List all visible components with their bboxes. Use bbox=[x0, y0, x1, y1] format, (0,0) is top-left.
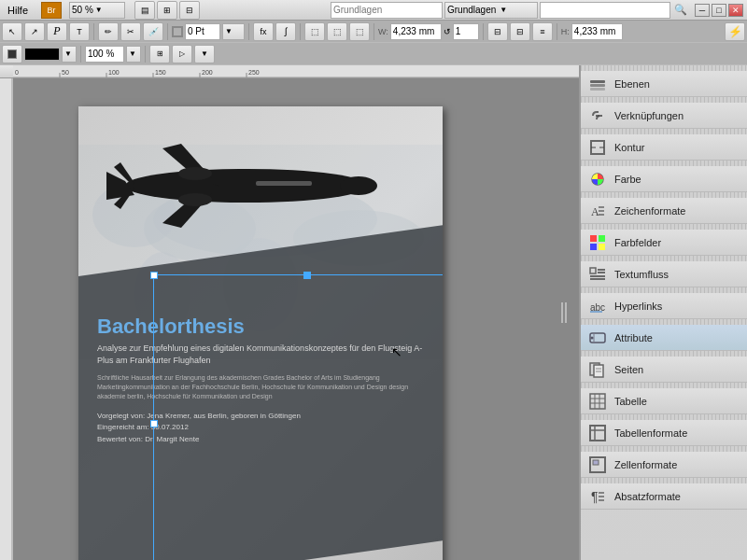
svg-text:50: 50 bbox=[62, 69, 69, 76]
svg-point-52 bbox=[591, 336, 594, 339]
thesis-subtitle: Analyse zur Empfehlung eines digitalen K… bbox=[97, 343, 424, 366]
distribute-v-btn[interactable]: ⊟ bbox=[510, 22, 530, 41]
view-mode-buttons: ▤ ⊞ ⊟ bbox=[134, 1, 200, 20]
color-icon bbox=[588, 170, 607, 189]
panel-item-tabellenformate[interactable]: Tabellenformate bbox=[581, 420, 747, 446]
menu-item-hilfe[interactable]: Hilfe bbox=[4, 4, 32, 17]
align-center-btn[interactable]: ⬚ bbox=[327, 22, 347, 41]
canvas-area[interactable]: 0 50 100 150 200 250 bbox=[0, 65, 579, 560]
svg-rect-39 bbox=[590, 235, 597, 242]
height-input[interactable] bbox=[571, 23, 623, 40]
canvas-zoom-dropdown[interactable]: ▼ bbox=[126, 46, 141, 63]
svg-text:¶: ¶ bbox=[591, 489, 599, 504]
svg-rect-29 bbox=[590, 88, 605, 91]
panel-label-zellenformate: Zellenformate bbox=[614, 459, 677, 470]
stroke-icon bbox=[588, 138, 607, 157]
svg-text:100: 100 bbox=[108, 69, 120, 76]
align-right-btn[interactable]: ⬚ bbox=[349, 22, 370, 41]
distribute-h-btn[interactable]: ⊟ bbox=[487, 22, 508, 41]
fill-color-swatch[interactable] bbox=[24, 48, 60, 61]
panel-item-textumfluss[interactable]: Textumfluss bbox=[581, 261, 747, 287]
panel-item-attribute[interactable]: Attribute bbox=[581, 325, 747, 351]
width-input[interactable] bbox=[390, 23, 442, 40]
menu-bar: Hilfe Br 50 % ▼ ▤ ⊞ ⊟ Grundlagen ▼ 🔍 ─ □… bbox=[0, 0, 747, 21]
panel-resize-handle[interactable] bbox=[560, 301, 568, 324]
pencil-btn[interactable]: ✏ bbox=[98, 22, 119, 41]
svg-text:200: 200 bbox=[202, 69, 213, 76]
page-content: Bachelorthesis Analyse zur Empfehlung ei… bbox=[78, 106, 443, 560]
maximize-button[interactable]: □ bbox=[712, 4, 726, 17]
panel-item-ebenen[interactable]: Ebenen bbox=[581, 71, 747, 97]
para-style-icon: ¶ bbox=[588, 487, 607, 506]
page-text-area: Bachelorthesis Analyse zur Empfehlung ei… bbox=[78, 301, 443, 560]
thesis-meta-1: Vorgelegt von: Jena Kremer, aus Berlin, … bbox=[97, 411, 424, 423]
panel-item-farbfelder[interactable]: Farbfelder bbox=[581, 230, 747, 256]
zoom-dropdown[interactable]: 50 % ▼ bbox=[69, 2, 125, 19]
view-normal-btn[interactable]: ⊞ bbox=[149, 45, 170, 63]
view-zoom-group: ▼ bbox=[85, 46, 141, 63]
panel-item-seiten[interactable]: Seiten bbox=[581, 357, 747, 383]
preset-search[interactable] bbox=[331, 2, 443, 19]
eyedropper-btn[interactable]: 💉 bbox=[143, 22, 163, 41]
panel-item-kontur[interactable]: Kontur bbox=[581, 134, 747, 161]
panel-item-tabelle[interactable]: Tabelle bbox=[581, 388, 747, 414]
stroke-unit-dropdown[interactable]: ▼ bbox=[222, 23, 245, 40]
panel-item-absatzformate[interactable]: ¶ Absatzformate bbox=[581, 483, 747, 510]
svg-rect-66 bbox=[593, 460, 599, 465]
distribute-equal-btn[interactable]: ≡ bbox=[532, 22, 553, 41]
search-icon: 🔍 bbox=[674, 4, 687, 16]
formula-btn[interactable]: ∫ bbox=[275, 22, 296, 41]
svg-rect-26 bbox=[256, 181, 312, 186]
view-overflow-btn[interactable]: ▼ bbox=[194, 45, 215, 63]
view-preview-btn[interactable]: ▷ bbox=[172, 45, 192, 63]
height-label: H: bbox=[561, 27, 570, 36]
fx-btn[interactable]: fx bbox=[253, 22, 274, 41]
scissors-btn[interactable]: ✂ bbox=[120, 22, 141, 41]
align-left-btn[interactable]: ⬚ bbox=[304, 22, 325, 41]
text-wrap-icon bbox=[588, 265, 607, 284]
separator-4 bbox=[300, 23, 301, 40]
thesis-meta-3: Bewertet von: Dr. Margit Nente bbox=[97, 434, 424, 446]
svg-rect-41 bbox=[590, 244, 597, 250]
separator-2 bbox=[167, 23, 168, 40]
minimize-button[interactable]: ─ bbox=[695, 4, 710, 17]
select-tool-btn[interactable]: ↖ bbox=[2, 22, 22, 41]
separator-1 bbox=[93, 23, 94, 40]
svg-text:A: A bbox=[591, 205, 599, 218]
panel-item-hyperlinks[interactable]: abc Hyperlinks bbox=[581, 293, 747, 319]
type-tool-btn[interactable]: T bbox=[69, 22, 90, 41]
panel-item-farbe[interactable]: Farbe bbox=[581, 166, 747, 192]
panel-label-farbfelder: Farbfelder bbox=[614, 237, 661, 248]
ruler-horizontal: 0 50 100 150 200 250 bbox=[0, 65, 579, 78]
close-button[interactable]: ✕ bbox=[728, 4, 743, 17]
panel-label-absatzformate: Absatzformate bbox=[614, 491, 681, 502]
fill-stroke-btn[interactable] bbox=[2, 45, 22, 63]
svg-rect-28 bbox=[590, 84, 605, 87]
pen-tool-btn[interactable]: P bbox=[47, 22, 67, 41]
stroke-input[interactable] bbox=[185, 23, 220, 40]
window-controls: ─ □ ✕ bbox=[695, 4, 743, 17]
panel-item-zeichenformate[interactable]: A Zeichenformate bbox=[581, 198, 747, 224]
panel-label-seiten: Seiten bbox=[614, 364, 643, 375]
view-mode-btn-3[interactable]: ⊟ bbox=[179, 1, 200, 20]
search-input[interactable] bbox=[540, 2, 670, 19]
panel-item-zellenformate[interactable]: Zellenformate bbox=[581, 452, 747, 478]
lightning-btn[interactable]: ⚡ bbox=[725, 22, 745, 41]
swatches-icon bbox=[588, 233, 607, 252]
page-canvas: Bachelorthesis Analyse zur Empfehlung ei… bbox=[78, 106, 443, 560]
svg-rect-0 bbox=[13, 65, 579, 78]
view-mode-btn-2[interactable]: ⊞ bbox=[157, 1, 177, 20]
zoom-chevron-icon: ▼ bbox=[95, 6, 103, 14]
preset-area: Grundlagen ▼ 🔍 bbox=[331, 2, 687, 19]
view-mode-btn-1[interactable]: ▤ bbox=[134, 1, 155, 20]
bridge-button[interactable]: Br bbox=[41, 2, 62, 19]
canvas-zoom-input[interactable] bbox=[85, 46, 124, 63]
panel-item-verknuepfungen[interactable]: Verknüpfungen bbox=[581, 103, 747, 129]
preset-dropdown[interactable]: Grundlagen ▼ bbox=[444, 2, 538, 19]
rotation-input[interactable] bbox=[453, 23, 479, 40]
stroke-icon bbox=[172, 26, 183, 37]
separator-7 bbox=[557, 23, 557, 40]
fill-dropdown[interactable]: ▼ bbox=[62, 46, 77, 63]
preset-chevron-icon: ▼ bbox=[500, 6, 507, 14]
direct-select-btn[interactable]: ↗ bbox=[24, 22, 45, 41]
